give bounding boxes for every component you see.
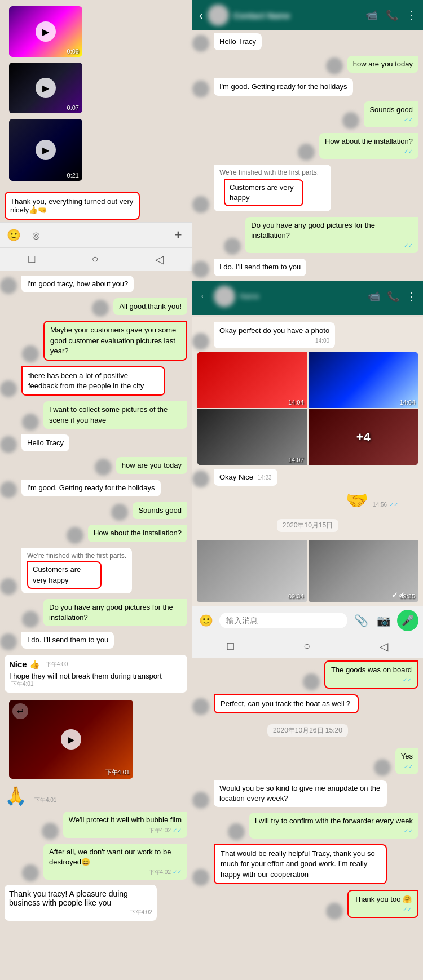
avatar bbox=[192, 261, 209, 278]
bubble-photo-question: Okay perfect do you have a photo 14:00 bbox=[214, 322, 335, 348]
photo-cell-2[interactable]: 14:04 bbox=[309, 352, 419, 408]
camera-icon[interactable]: 📷 bbox=[374, 611, 393, 629]
msg-row: All good,thank you! bbox=[0, 296, 192, 317]
msg-meta: ✓✓ bbox=[255, 827, 413, 835]
back-button[interactable]: ‹ bbox=[199, 9, 203, 22]
header-action-icons: 📹 📞 ⋮ bbox=[368, 290, 416, 303]
read-receipt: ✓✓ bbox=[403, 676, 412, 684]
photo-grid: 14:04 14:04 14:07 +4 bbox=[197, 352, 418, 465]
msg-row: We're finished with the first parts. Cus… bbox=[0, 546, 192, 595]
msg-text: Okay Nice bbox=[219, 473, 253, 481]
msg-text: Hello Tracy bbox=[27, 438, 64, 447]
play-icon-2[interactable]: ▶ bbox=[36, 78, 56, 98]
goods-on-board-bubble: The goods was on board ✓✓ bbox=[324, 660, 418, 689]
avatar bbox=[67, 527, 83, 544]
nav-circle-icon[interactable]: ○ bbox=[91, 252, 98, 266]
nav-back-icon-right[interactable]: ◁ bbox=[380, 640, 388, 653]
nav-square-icon[interactable]: □ bbox=[28, 252, 35, 266]
msg-row: I'm good. Getting ready for the holidays bbox=[0, 478, 192, 498]
nice-msg1: I hope they will not break them during t… bbox=[9, 672, 183, 680]
avatar bbox=[192, 333, 209, 350]
attachment-icon[interactable]: 📎 bbox=[352, 611, 370, 629]
plus-icon[interactable]: + bbox=[169, 226, 187, 244]
video-icon[interactable]: 📹 bbox=[368, 290, 380, 303]
msg-row: Sounds good ✓✓ bbox=[192, 100, 423, 129]
avatar bbox=[214, 286, 235, 307]
video-thumb-3[interactable]: ▶ 0:21 bbox=[9, 119, 82, 181]
thank-you-too-bubble: Thank you too 🤗 ✓✓ bbox=[347, 890, 418, 918]
bubble-sent: Do you have any good pictures for the in… bbox=[245, 217, 418, 253]
video-thumb-1[interactable]: ▶ 0:09 bbox=[9, 6, 82, 57]
handshake-row: 🤝 14:56 ✓✓ bbox=[192, 490, 423, 511]
nav-circle-icon-right[interactable]: ○ bbox=[303, 640, 310, 653]
msg-row: Thank you too 🤗 ✓✓ bbox=[192, 888, 423, 920]
video-thumb-2[interactable]: ▶ 0:07 bbox=[9, 63, 82, 113]
phone-icon[interactable]: 📞 bbox=[386, 9, 398, 21]
back-arrow-icon[interactable]: ← bbox=[199, 290, 209, 302]
avatar bbox=[192, 35, 209, 52]
plus-count: +4 bbox=[356, 430, 371, 445]
msg-row: there has been a lot of positive feedbac… bbox=[0, 365, 192, 397]
bubble-sent: Sounds good bbox=[133, 502, 187, 519]
video-row-2: ▶ 0:07 bbox=[5, 61, 187, 115]
video-call-icon[interactable]: 📹 bbox=[365, 9, 378, 21]
play-icon-3[interactable]: ▶ bbox=[36, 140, 56, 160]
nav-back-icon[interactable]: ◁ bbox=[155, 252, 164, 266]
header-icons: 📹 📞 ⋮ bbox=[365, 9, 416, 21]
photo-cell-3[interactable]: 14:07 bbox=[197, 409, 307, 465]
nice-section-card: Nice 👍 下午4:00 I hope they will not break… bbox=[5, 655, 187, 693]
msg-row: how are you today bbox=[0, 455, 192, 476]
msg-text: I do. I'll send them to you bbox=[27, 636, 108, 644]
msg-meta: 下午4:02 ✓✓ bbox=[69, 827, 182, 835]
avatar bbox=[0, 436, 17, 453]
avatar bbox=[192, 869, 209, 886]
nice-header: Nice 👍 下午4:00 bbox=[9, 659, 183, 669]
photo-cell-4[interactable]: +4 bbox=[309, 409, 419, 465]
customers-happy-bubble: Customers are very happy bbox=[27, 561, 102, 588]
video-duration-1: 0:09 bbox=[67, 48, 79, 55]
photo-chat-area: Okay perfect do you have a photo 14:00 1… bbox=[192, 317, 423, 606]
okay-nice-time: 14:23 bbox=[258, 475, 272, 481]
play-icon-sled[interactable]: ▶ bbox=[61, 729, 81, 750]
header-info: Contact Name bbox=[233, 11, 361, 20]
more-options-icon[interactable]: ⋮ bbox=[406, 9, 416, 21]
mic-button[interactable]: 🎤 bbox=[397, 610, 418, 631]
share-icon[interactable]: ↩ bbox=[12, 703, 28, 719]
read-receipt: ✓✓ bbox=[404, 148, 413, 156]
shipping-img-1[interactable]: 09:34 bbox=[197, 540, 307, 602]
bubble-received: I'm good. Getting ready for the holidays bbox=[214, 78, 353, 95]
nav-square-icon-right[interactable]: □ bbox=[227, 640, 234, 653]
play-icon-1[interactable]: ▶ bbox=[36, 21, 56, 42]
phone-icon-2[interactable]: 📞 bbox=[387, 290, 399, 303]
contact-name-header: Name bbox=[240, 292, 363, 300]
ship-time-1: 09:34 bbox=[288, 593, 304, 600]
bubble-sent: How about the installation? bbox=[88, 525, 187, 542]
shipping-img-2[interactable]: 09:35 ✓✓ bbox=[309, 540, 419, 602]
avatar bbox=[0, 380, 17, 397]
msg-text: I'm good. Getting ready for the holidays bbox=[27, 484, 155, 492]
message-input[interactable] bbox=[219, 613, 347, 628]
prayer-time: 下午4:01 bbox=[34, 797, 56, 803]
read-receipt: ✓✓ bbox=[173, 827, 182, 835]
photo-cell-1[interactable]: 14:04 bbox=[197, 352, 307, 408]
bubble-received: Hello Tracy bbox=[214, 33, 262, 50]
photo-time-1: 14:04 bbox=[288, 399, 304, 406]
menu-icon[interactable]: ⋮ bbox=[406, 290, 416, 303]
msg-text: I do. I'll send them to you bbox=[219, 263, 301, 271]
avatar bbox=[92, 300, 109, 317]
sled-video-time: 下午4:01 bbox=[105, 768, 130, 777]
bubble-received: We're finished with the first parts. Cus… bbox=[21, 548, 132, 593]
right-nav-bar: □ ○ ◁ bbox=[192, 635, 423, 658]
msg-row: We'll protect it well with bubble film 下… bbox=[0, 810, 192, 839]
msg-text: I want to collect some pictures of the s… bbox=[49, 405, 168, 424]
left-input-bar: 🙂 ◎ + bbox=[0, 222, 192, 247]
bubble-sent: how are you today bbox=[116, 457, 187, 474]
right-input-bar: 🙂 📎 📷 🎤 bbox=[192, 606, 423, 635]
emoji-icon[interactable]: 🙂 bbox=[5, 226, 23, 244]
thank-you-tracy-bubble: Thank you tracy! A pleasure duing busine… bbox=[5, 885, 157, 921]
msg-row: how are you today bbox=[192, 54, 423, 74]
bubble-time: 下午4:02 bbox=[149, 827, 171, 835]
emoji-icon-right[interactable]: 🙂 bbox=[197, 611, 215, 629]
sled-video-thumb[interactable]: ▶ ↩ 下午4:01 bbox=[9, 700, 133, 779]
voice-icon[interactable]: ◎ bbox=[27, 226, 45, 244]
